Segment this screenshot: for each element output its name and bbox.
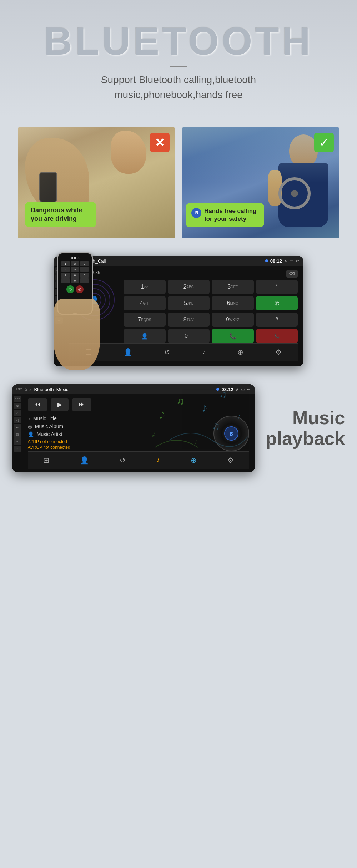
safe-badge: ✓ xyxy=(314,133,334,152)
prev-btn[interactable]: ⏮ xyxy=(28,398,47,411)
safe-card: ✓ ʙ Hands free calling for your safety xyxy=(182,127,339,238)
toolbar-music-icon[interactable]: ♪ xyxy=(198,346,210,358)
svg-text:♫: ♫ xyxy=(212,420,220,432)
music-device: MIC ⌂ ▷ Bluetooth_Music 08:12 ∧ ▭ ↩ RET xyxy=(12,384,255,472)
key-hash[interactable]: # xyxy=(256,313,298,327)
svg-text:♪: ♪ xyxy=(201,400,208,414)
svg-text:♪: ♪ xyxy=(194,437,198,445)
music-note-icon: ♪ xyxy=(28,416,30,421)
music-screen-title: Bluetooth_Music xyxy=(34,387,68,392)
play-btn[interactable]: ▶ xyxy=(51,398,69,411)
key-answer[interactable]: 📞 xyxy=(212,329,254,343)
device-section: MIC ⌂ ▷ Bluetooth_Call 08:12 ∧ ▭ ↩ RET xyxy=(0,249,357,490)
call-device-wrapper: MIC ⌂ ▷ Bluetooth_Call 08:12 ∧ ▭ ↩ RET xyxy=(54,256,303,366)
mini-key: 3 xyxy=(80,261,89,266)
delete-row: ⌫ xyxy=(124,270,298,278)
music-mic-label: MIC xyxy=(16,387,22,391)
mini-key: 8 xyxy=(71,273,80,278)
bluetooth-title: BLUETOOTH xyxy=(7,21,350,61)
mini-key: 2 xyxy=(71,261,80,266)
bluetooth-bubble-icon: ʙ xyxy=(191,208,201,218)
key-hangup[interactable]: 📞 xyxy=(256,329,298,343)
key-2[interactable]: 2 ABC xyxy=(168,280,210,294)
danger-bubble: Dangerous while you are driving xyxy=(25,202,96,227)
call-area: 10086 👤 xyxy=(69,270,298,343)
mini-key xyxy=(61,278,70,283)
track-title-text: Music Title xyxy=(33,416,57,421)
music-return-btn[interactable]: ↩ xyxy=(14,424,21,431)
arrow-up-icon: ∧ xyxy=(284,258,287,263)
music-vol-down-btn[interactable]: − xyxy=(14,446,21,452)
music-toolbar-menu-icon[interactable]: ⊞ xyxy=(39,455,54,466)
music-ret-btn[interactable]: RET xyxy=(14,396,21,402)
top-section: BLUETOOTH Support Bluetooth calling,blue… xyxy=(0,0,357,117)
artist-icon: 👤 xyxy=(28,431,34,437)
music-toolbar-contact-icon[interactable]: 👤 xyxy=(76,455,93,466)
mini-call-btn: ✆ xyxy=(66,285,74,293)
mini-key: 7 xyxy=(61,273,70,278)
mini-key xyxy=(80,278,89,283)
call-time: 08:12 xyxy=(270,258,282,264)
back-icon: ↩ xyxy=(296,258,299,263)
music-vol-up-btn[interactable]: + xyxy=(14,438,21,445)
danger-badge: ✕ xyxy=(150,133,170,152)
key-1[interactable]: 1○○ xyxy=(124,280,166,294)
key-contact[interactable]: 👤 xyxy=(124,329,166,343)
bluetooth-subtitle: Support Bluetooth calling,bluetooth musi… xyxy=(7,72,350,102)
mini-key: 9 xyxy=(80,273,89,278)
toolbar-link-icon[interactable]: ⊕ xyxy=(233,346,248,358)
phone-number-display: 10086 xyxy=(61,256,89,260)
music-home-btn[interactable]: ⌂ xyxy=(14,410,21,416)
mini-key: 6 xyxy=(80,267,89,272)
music-menu-btn[interactable]: ⊞ xyxy=(14,431,21,438)
toolbar-contact-icon[interactable]: 👤 xyxy=(119,346,137,358)
svg-text:♪: ♪ xyxy=(151,428,156,438)
mini-keypad: 1 2 3 4 5 6 7 8 9 0 xyxy=(61,261,89,283)
svg-text:♪: ♪ xyxy=(159,406,166,422)
toolbar-settings-icon[interactable]: ⚙ xyxy=(271,346,286,358)
images-row: ✕ Dangerous while you are driving ✓ ʙ Ha… xyxy=(0,117,357,249)
title-divider xyxy=(170,66,187,67)
album-icon: ◎ xyxy=(28,423,32,429)
svg-text:♫: ♫ xyxy=(219,389,227,400)
music-section: MIC ⌂ ▷ Bluetooth_Music 08:12 ∧ ▭ ↩ RET xyxy=(1,377,356,479)
signal-dot xyxy=(265,259,268,262)
phone-hand-overlay: 10086 1 2 3 4 5 6 7 8 9 0 xyxy=(7,242,100,370)
hand-shape xyxy=(54,299,100,370)
delete-btn[interactable]: ⌫ xyxy=(286,270,298,278)
safe-bubble: ʙ Hands free calling for your safety xyxy=(186,203,264,227)
key-8[interactable]: 8 TUV xyxy=(168,313,210,327)
key-3[interactable]: 3 DEF xyxy=(212,280,254,294)
keypad-grid: 1○○ 2 ABC 3 DEF * 4 GHI 5 JKL 6 MNO ✆ 7 … xyxy=(124,280,298,343)
call-buttons: ✆ ✆ xyxy=(61,285,89,293)
music-notes-decoration: ♪ ♫ ♪ ♪ ♫ ♪ ♫ ♪ xyxy=(148,384,255,469)
steering-center xyxy=(291,190,298,197)
mini-key: 1 xyxy=(61,261,70,266)
music-toolbar-bluetooth-icon[interactable]: ↺ xyxy=(115,455,130,466)
music-side-buttons: RET ◉ ⌂ ◁ ↩ ⊞ + − xyxy=(12,394,23,453)
mini-key: 5 xyxy=(71,267,80,272)
music-label-line1: Music xyxy=(266,408,345,428)
key-4[interactable]: 4 GHI xyxy=(124,296,166,310)
key-star[interactable]: * xyxy=(256,280,298,294)
key-7[interactable]: 7 PQRS xyxy=(124,313,166,327)
screen-icon: ▭ xyxy=(290,258,293,263)
music-power-btn[interactable]: ◉ xyxy=(14,403,21,409)
key-0[interactable]: 0 + xyxy=(168,329,210,343)
mini-key: 4 xyxy=(61,267,70,272)
key-call-green[interactable]: ✆ xyxy=(256,296,298,310)
key-5[interactable]: 5 JKL xyxy=(168,296,210,310)
next-btn[interactable]: ⏭ xyxy=(72,398,91,411)
keypad-area: ⌫ 1○○ 2 ABC 3 DEF * 4 GHI 5 JKL 6 MNO ✆ xyxy=(124,270,298,343)
music-nav-icon: ▷ xyxy=(29,387,32,391)
music-back-btn[interactable]: ◁ xyxy=(14,417,21,423)
status-right: 08:12 ∧ ▭ ↩ xyxy=(265,258,299,264)
call-bottom-toolbar: ☰ 👤 ↺ ♪ ⊕ ⚙ xyxy=(69,343,298,361)
key-9[interactable]: 9 WXYZ xyxy=(212,313,254,327)
key-6[interactable]: 6 MNO xyxy=(212,296,254,310)
toolbar-bluetooth-icon[interactable]: ↺ xyxy=(160,346,175,358)
track-album-text: Music Album xyxy=(35,423,63,429)
dangerous-card: ✕ Dangerous while you are driving xyxy=(18,127,175,238)
mini-end-btn: ✆ xyxy=(76,285,84,293)
svg-text:♫: ♫ xyxy=(176,395,185,407)
